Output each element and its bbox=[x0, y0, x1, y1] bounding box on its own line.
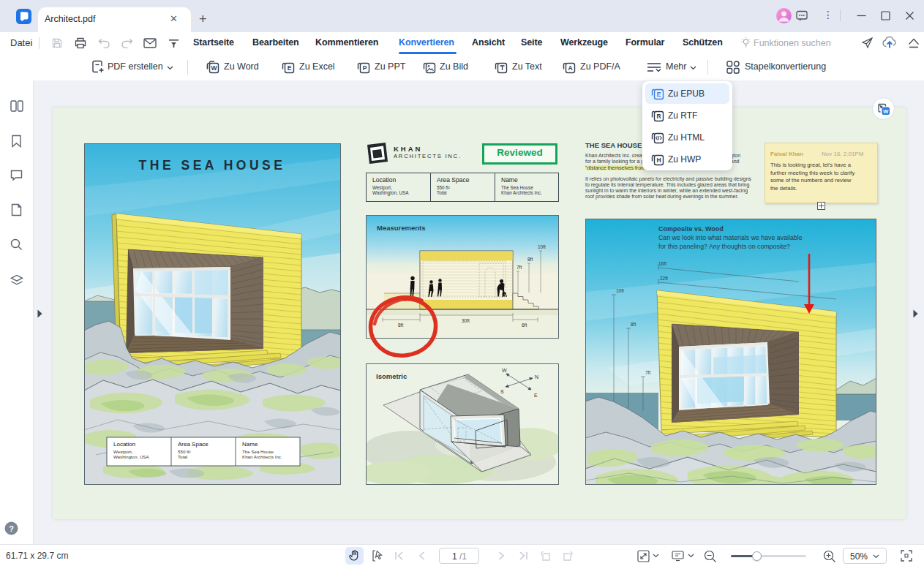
svg-text:16ft: 16ft bbox=[658, 261, 666, 266]
svg-text:Area Space: Area Space bbox=[178, 441, 209, 448]
svg-text:550 ft²: 550 ft² bbox=[178, 449, 191, 454]
svg-text:6ft: 6ft bbox=[522, 322, 527, 328]
svg-text:W: W bbox=[211, 64, 217, 72]
svg-text:8ft: 8ft bbox=[527, 257, 533, 262]
svg-text:Location: Location bbox=[113, 441, 135, 448]
svg-text:A: A bbox=[568, 64, 572, 72]
svg-text:Name: Name bbox=[242, 441, 258, 448]
svg-text:H: H bbox=[656, 156, 661, 164]
svg-text:THE SEA HOUSE: THE SEA HOUSE bbox=[139, 158, 286, 173]
svg-text:22ft: 22ft bbox=[660, 276, 668, 281]
svg-text:Isometric: Isometric bbox=[376, 372, 407, 380]
svg-text:Westport,: Westport, bbox=[113, 449, 133, 454]
svg-text:10ft: 10ft bbox=[616, 288, 624, 293]
svg-text:S: S bbox=[500, 389, 504, 394]
svg-text:E: E bbox=[288, 64, 292, 72]
svg-text:W: W bbox=[883, 108, 889, 115]
svg-text:W: W bbox=[502, 368, 507, 373]
svg-text:P: P bbox=[363, 64, 367, 72]
svg-text:8ft: 8ft bbox=[631, 322, 636, 327]
svg-text:Khan Architects Inc.: Khan Architects Inc. bbox=[242, 454, 282, 459]
svg-text:N: N bbox=[535, 374, 538, 380]
svg-text:Measurements: Measurements bbox=[377, 224, 426, 232]
svg-text:Washington, USA: Washington, USA bbox=[113, 454, 149, 459]
svg-text:E: E bbox=[534, 393, 538, 398]
svg-text:Total: Total bbox=[178, 454, 187, 459]
svg-text:7ft: 7ft bbox=[517, 265, 522, 270]
svg-text:Composite vs. Wood: Composite vs. Wood bbox=[658, 225, 724, 233]
svg-text:Can we look into what material: Can we look into what materials we have … bbox=[658, 234, 803, 241]
svg-text:10ft: 10ft bbox=[538, 244, 546, 249]
svg-text:for this paneling? Any thought: for this paneling? Any thoughts on compo… bbox=[658, 243, 790, 250]
svg-text:The Sea House: The Sea House bbox=[242, 449, 274, 454]
svg-text:R: R bbox=[656, 113, 661, 120]
svg-text:E: E bbox=[657, 91, 661, 98]
svg-text:?: ? bbox=[9, 524, 14, 533]
svg-text:30ft: 30ft bbox=[462, 318, 470, 323]
svg-text:7ft: 7ft bbox=[645, 370, 650, 375]
